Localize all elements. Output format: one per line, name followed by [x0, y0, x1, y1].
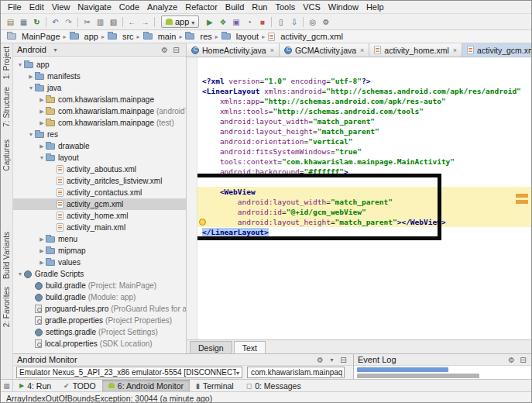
- tree-item-com-khawarislam-mainpage-androidtest[interactable]: ▶com.khawarislam.mainpage(androidTest): [13, 105, 186, 117]
- open-icon[interactable]: [4, 16, 17, 28]
- tree-item-proguard-rules-pro-proguard-rules-for-app[interactable]: proguard-rules.pro(ProGuard Rules for ap…: [13, 303, 186, 315]
- code-editor[interactable]: <?xml version="1.0" encoding="utf-8"?><L…: [197, 57, 532, 339]
- chevron-down-icon[interactable]: ▼: [38, 155, 46, 160]
- toolwindow-bar-4-run[interactable]: 4: Run: [13, 380, 57, 391]
- menu-vcs[interactable]: VCS: [299, 2, 324, 12]
- gear-icon[interactable]: [506, 354, 517, 365]
- chevron-right-icon[interactable]: ▶: [38, 120, 46, 126]
- code-line[interactable]: <LinearLayout xmlns:android="http://sche…: [197, 86, 532, 96]
- tree-item-build-gradle-module-app[interactable]: build.gradle(Module: app): [13, 291, 186, 303]
- code-area[interactable]: <?xml version="1.0" encoding="utf-8"?><L…: [187, 57, 532, 339]
- code-line[interactable]: xmlns:app="http://schemas.android.com/ap…: [197, 96, 532, 106]
- menu-build[interactable]: Build: [221, 2, 248, 12]
- code-line[interactable]: android:layout_width="match_parent": [197, 197, 532, 207]
- profiler-icon[interactable]: [242, 16, 256, 28]
- editor-tab-activity-home-xml[interactable]: activity_home.xml×: [369, 43, 462, 57]
- back-icon[interactable]: [125, 16, 139, 28]
- menu-window[interactable]: Window: [324, 2, 362, 12]
- tree-item-layout[interactable]: ▼layout: [13, 152, 186, 164]
- tree-item-gradle-properties-project-properties[interactable]: gradle.properties(Project Properties): [13, 315, 186, 326]
- breadcrumb-app[interactable]: app: [68, 32, 100, 41]
- sdk-manager-icon[interactable]: [287, 16, 300, 28]
- breadcrumb-res[interactable]: res: [184, 32, 213, 41]
- gear-icon[interactable]: [159, 44, 170, 55]
- chevron-right-icon[interactable]: ▶: [27, 74, 35, 80]
- code-line[interactable]: android:id="@+id/gcm_webView": [197, 207, 532, 217]
- tree-item-manifests[interactable]: ▶manifests: [13, 71, 186, 82]
- editor-tab-gcmactivity-java[interactable]: GCMActivity.java×: [280, 43, 369, 57]
- tree-item-activity-gcm-xml[interactable]: activity_gcm.xml: [13, 198, 186, 210]
- breadcrumb-main[interactable]: main: [142, 32, 178, 41]
- code-line[interactable]: xmlns:tools="http://schemas.android.com/…: [197, 106, 532, 116]
- gear-icon[interactable]: [314, 354, 326, 365]
- tree-item-activity-main-xml[interactable]: activity_main.xml: [13, 222, 186, 233]
- code-line[interactable]: android:fitsSystemWindows="true": [197, 146, 532, 157]
- cut-icon[interactable]: [81, 16, 94, 28]
- menu-refactor[interactable]: Refactor: [181, 2, 221, 12]
- avd-manager-icon[interactable]: [274, 16, 287, 28]
- breadcrumb-src[interactable]: src: [106, 32, 136, 41]
- tree-item-menu[interactable]: ▶menu: [13, 233, 186, 245]
- editor-tab-activity-gcm-xml[interactable]: activity_gcm.xml×: [462, 43, 532, 57]
- tree-item-com-khawarislam-mainpage[interactable]: ▶com.khawarislam.mainpage: [13, 94, 186, 105]
- menu-analyze[interactable]: Analyze: [143, 2, 181, 12]
- tree-item-gradle-scripts[interactable]: ▼Gradle Scripts: [13, 268, 186, 280]
- tree-item-activity-contactus-xml[interactable]: activity_contactus.xml: [13, 187, 186, 198]
- tree-item-drawable[interactable]: ▶drawable: [13, 140, 186, 152]
- run-config-combo[interactable]: app: [161, 16, 199, 28]
- chevron-right-icon[interactable]: ▶: [38, 236, 46, 243]
- chevron-down-icon[interactable]: ▼: [27, 85, 35, 91]
- chevron-down-icon[interactable]: ▼: [16, 271, 24, 277]
- code-line[interactable]: android:layout_width="match_parent": [197, 116, 532, 126]
- tree-item-activity-home-xml[interactable]: activity_home.xml: [13, 210, 186, 222]
- code-line[interactable]: [197, 177, 532, 187]
- code-line[interactable]: android:layout_height="match_parent"></W…: [197, 217, 532, 227]
- copy-icon[interactable]: [94, 16, 107, 28]
- debug-icon[interactable]: [216, 16, 229, 28]
- close-icon[interactable]: ×: [270, 46, 274, 54]
- menu-navigate[interactable]: Navigate: [74, 2, 115, 12]
- tree-item-build-gradle-project-mainpage[interactable]: build.gradle(Project: MainPage): [13, 280, 186, 291]
- code-line[interactable]: android:orientation="vertical": [197, 136, 532, 146]
- process-selector[interactable]: com.khawarislam.mainpaq: [247, 367, 345, 378]
- save-all-icon[interactable]: [17, 16, 30, 28]
- settings-icon[interactable]: [319, 16, 332, 28]
- toolwindow-bar-0-messages[interactable]: 0: Messages: [240, 380, 307, 391]
- tree-item-activity-aritcles-listview-xml[interactable]: activity_aritcles_listview.xml: [13, 175, 186, 187]
- hide-panel-icon[interactable]: [517, 354, 529, 365]
- chevron-down-icon[interactable]: ▼: [27, 132, 35, 137]
- chevron-right-icon[interactable]: ▶: [38, 260, 46, 266]
- code-line[interactable]: tools:context="com.khawarislam.mainpage.…: [197, 157, 532, 167]
- editor-mode-tab-text[interactable]: Text: [234, 341, 266, 353]
- tree-item-com-khawarislam-mainpage-test[interactable]: ▶com.khawarislam.mainpage(test): [13, 117, 186, 129]
- code-line[interactable]: android:background="#ffffff">: [197, 167, 532, 177]
- tree-item-app[interactable]: ▼app: [13, 59, 186, 71]
- toolwindow-bar-6-android-monitor[interactable]: 6: Android Monitor: [102, 380, 190, 391]
- run-icon[interactable]: [203, 16, 216, 28]
- chevron-right-icon[interactable]: ▶: [38, 248, 46, 254]
- code-line[interactable]: android:layout_height="match_parent": [197, 126, 532, 136]
- menu-file[interactable]: File: [4, 2, 26, 12]
- editor-tab-homeactivity-java[interactable]: HomeActivity.java×: [187, 43, 280, 57]
- code-line[interactable]: </LinearLayout>: [197, 227, 532, 237]
- chevron-right-icon[interactable]: ▶: [38, 97, 46, 103]
- toolwindow-button-captures[interactable]: Captures: [2, 140, 11, 171]
- menu-code[interactable]: Code: [115, 2, 143, 12]
- chevron-right-icon[interactable]: ▶: [38, 143, 46, 150]
- undo-icon[interactable]: [49, 16, 62, 28]
- tree-item-activity-aboutus-xml[interactable]: activity_aboutus.xml: [13, 164, 186, 175]
- search-icon[interactable]: [306, 16, 319, 28]
- toolwindow-button-7-structure[interactable]: 7: Structure: [2, 87, 11, 127]
- chevron-down-icon[interactable]: [326, 354, 338, 365]
- breadcrumb-mainpage[interactable]: MainPage: [5, 32, 62, 41]
- toolwindow-bar-terminal[interactable]: Terminal: [190, 380, 240, 391]
- forward-icon[interactable]: [139, 16, 152, 28]
- chevron-right-icon[interactable]: ▶: [38, 108, 46, 115]
- tree-item-mipmap[interactable]: ▶mipmap: [13, 245, 186, 257]
- tree-item-local-properties-sdk-location[interactable]: local.properties(SDK Location): [13, 338, 186, 350]
- toolwindow-button-1-project[interactable]: 1: Project: [2, 46, 11, 79]
- stop-icon[interactable]: [256, 16, 269, 28]
- toolwindow-switcher-icon[interactable]: [1, 380, 13, 391]
- redo-icon[interactable]: [62, 16, 75, 28]
- menu-edit[interactable]: Edit: [26, 2, 48, 12]
